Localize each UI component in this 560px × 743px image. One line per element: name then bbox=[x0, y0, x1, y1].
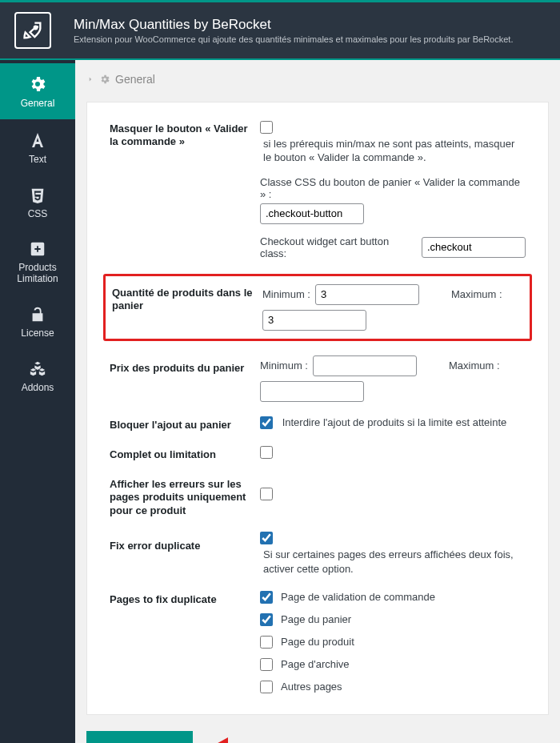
max-label: Maximum : bbox=[449, 359, 500, 372]
full-limitation-checkbox[interactable] bbox=[260, 446, 273, 459]
breadcrumb-current: General bbox=[115, 73, 155, 86]
row-quantity: Quantité de produits dans le panier Mini… bbox=[112, 284, 523, 331]
qty-max-input[interactable] bbox=[262, 310, 366, 331]
pages-fix-label: Page d'archive bbox=[281, 658, 350, 670]
field-label: Fix error duplicate bbox=[110, 532, 260, 576]
sidebar-item-label: Text bbox=[3, 155, 72, 166]
field-label: Pages to fix duplicate bbox=[110, 591, 260, 693]
pages-fix-label: Page du produit bbox=[281, 636, 354, 648]
pages-fix-option: Page du panier bbox=[260, 613, 526, 626]
field-label: Prix des produits du panier bbox=[110, 355, 260, 402]
min-label: Minimum : bbox=[262, 288, 310, 300]
breadcrumb: General bbox=[86, 73, 549, 86]
row-pages-fix: Pages to fix duplicate Page de validatio… bbox=[110, 591, 526, 693]
pages-fix-checkbox[interactable] bbox=[260, 658, 273, 671]
qty-min-input[interactable] bbox=[315, 284, 419, 305]
sidebar: General Text CSS Products Limitation Lic… bbox=[0, 60, 75, 743]
sidebar-item-general[interactable]: General bbox=[0, 63, 75, 119]
row-full-or-limitation: Complet ou limitation bbox=[110, 446, 526, 461]
pages-fix-checkbox[interactable] bbox=[260, 591, 273, 604]
pages-fix-option: Autres pages bbox=[260, 681, 526, 693]
pages-fix-checkbox[interactable] bbox=[260, 613, 273, 626]
price-min-input[interactable] bbox=[313, 355, 417, 376]
svg-point-0 bbox=[34, 26, 38, 30]
css3-icon bbox=[29, 187, 46, 204]
pages-fix-label: Page du panier bbox=[281, 613, 351, 625]
min-label: Minimum : bbox=[260, 359, 308, 372]
price-max-input[interactable] bbox=[260, 381, 364, 402]
block-add-text: Interdire l'ajout de produits si la limi… bbox=[282, 416, 507, 428]
app-logo bbox=[14, 12, 51, 49]
plus-square-icon bbox=[29, 240, 46, 258]
main-content: General Masquer le bouton « Valider la c… bbox=[75, 60, 560, 743]
row-block-add: Bloquer l'ajout au panier Interdire l'aj… bbox=[110, 416, 526, 432]
max-label: Maximum : bbox=[451, 288, 502, 300]
pages-fix-label: Page de validation de commande bbox=[281, 591, 435, 603]
pages-fix-option: Page de validation de commande bbox=[260, 591, 526, 604]
app-title: Min/Max Quantities by BeRocket bbox=[74, 17, 546, 33]
fix-duplicate-hint: Si sur certaines pages des erreurs affic… bbox=[263, 548, 526, 576]
sidebar-item-css[interactable]: CSS bbox=[0, 175, 75, 230]
field-label: Quantité de produits dans le panier bbox=[112, 284, 262, 331]
pages-fix-checkbox[interactable] bbox=[260, 636, 273, 649]
block-add-checkbox[interactable] bbox=[260, 416, 273, 429]
pages-fix-label: Autres pages bbox=[281, 681, 342, 693]
pages-fix-option: Page du produit bbox=[260, 636, 526, 649]
css-class-label: Classe CSS du bouton de panier « Valider… bbox=[260, 176, 526, 200]
widget-class-label: Checkout widget cart button class: bbox=[260, 235, 417, 259]
unlock-icon bbox=[29, 306, 46, 323]
row-hide-checkout: Masquer le bouton « Valider la commande … bbox=[110, 120, 526, 259]
widget-class-input[interactable] bbox=[422, 237, 526, 258]
sidebar-item-label: Products Limitation bbox=[3, 263, 72, 285]
pages-fix-checkbox[interactable] bbox=[260, 681, 273, 693]
fix-duplicate-checkbox[interactable] bbox=[260, 532, 273, 544]
row-show-errors: Afficher les erreurs sur les pages produ… bbox=[110, 476, 526, 517]
font-icon bbox=[28, 131, 47, 150]
sidebar-item-text[interactable]: Text bbox=[0, 119, 75, 175]
sidebar-item-license[interactable]: License bbox=[0, 295, 75, 349]
hide-checkout-hint: si les prérequis min/max ne sont pas att… bbox=[263, 137, 526, 165]
app-header: Min/Max Quantities by BeRocket Extension… bbox=[0, 0, 560, 60]
field-label: Complet ou limitation bbox=[110, 446, 260, 461]
row-price: Prix des produits du panier Minimum : Ma… bbox=[110, 355, 526, 402]
sidebar-item-label: General bbox=[3, 98, 72, 110]
field-label: Bloquer l'ajout au panier bbox=[110, 416, 260, 432]
show-errors-checkbox[interactable] bbox=[260, 488, 273, 500]
gear-icon bbox=[99, 74, 110, 85]
sidebar-item-label: Addons bbox=[3, 383, 72, 394]
save-button[interactable]: Save Changes bbox=[86, 731, 193, 743]
field-label: Masquer le bouton « Valider la commande … bbox=[110, 120, 260, 259]
settings-panel: Masquer le bouton « Valider la commande … bbox=[86, 102, 549, 715]
sidebar-item-products-limitation[interactable]: Products Limitation bbox=[0, 229, 75, 295]
css-class-input[interactable] bbox=[260, 203, 364, 224]
sidebar-item-label: License bbox=[3, 328, 72, 339]
app-subtitle: Extension pour WooCommerce qui ajoute de… bbox=[74, 34, 546, 44]
sidebar-item-addons[interactable]: Addons bbox=[0, 349, 75, 404]
gear-icon bbox=[28, 74, 47, 94]
sidebar-item-label: CSS bbox=[3, 209, 72, 220]
field-label: Afficher les erreurs sur les pages produ… bbox=[110, 476, 260, 517]
rocket-icon bbox=[22, 19, 44, 42]
chevron-right-icon bbox=[86, 75, 94, 83]
row-fix-duplicate: Fix error duplicate Si sur certaines pag… bbox=[110, 532, 526, 576]
hide-checkout-checkbox[interactable] bbox=[260, 121, 273, 134]
highlight-quantity: Quantité de produits dans le panier Mini… bbox=[103, 274, 532, 341]
cubes-icon bbox=[29, 360, 46, 378]
attention-arrow bbox=[212, 739, 292, 743]
pages-fix-option: Page d'archive bbox=[260, 658, 526, 671]
